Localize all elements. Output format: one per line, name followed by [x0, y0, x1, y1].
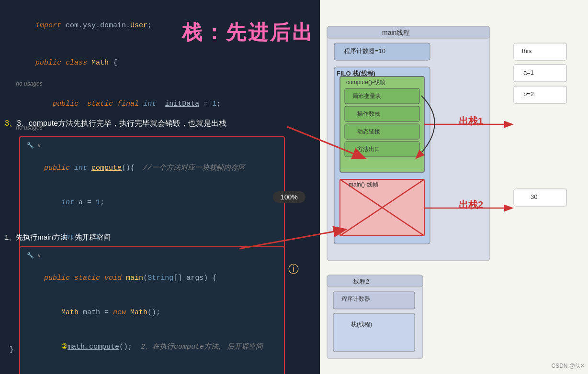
box-b: b=2 — [523, 90, 534, 98]
class-close: } — [10, 344, 14, 356]
method-exit: 方法出口 — [357, 145, 380, 154]
svg-rect-15 — [514, 189, 566, 206]
info-icon: ⓘ — [288, 262, 299, 276]
svg-rect-8 — [345, 142, 419, 157]
field-initdata: public static final int initData = 1; — [10, 87, 306, 121]
annotation-3: 3、3、compute方法先执行完毕，执行完毕就会销毁，也就是出栈 — [5, 119, 226, 129]
number-30: 30 — [531, 193, 537, 200]
thread2-counter: 程序计数器 — [341, 295, 370, 303]
svg-rect-16 — [327, 275, 423, 359]
main-line4: System.out.println("end"); — [27, 364, 277, 374]
thread2-stack: 栈(线程) — [351, 320, 372, 329]
local-vars: 局部变量表 — [352, 92, 381, 100]
program-counter: 程序计数器=10 — [344, 47, 385, 55]
annotation-1: 1、先执行main方法，先开辟空间 — [5, 233, 111, 242]
main-line2: Math math = new Math(); — [27, 296, 277, 330]
operand-stack: 操作数栈 — [357, 110, 380, 118]
class-declaration: public class Math { — [10, 46, 306, 80]
svg-rect-6 — [345, 106, 419, 121]
diagram-panel: main线程 程序计数器=10 FILO 栈(线程) compute()-线帧 … — [320, 0, 588, 374]
svg-rect-14 — [514, 86, 566, 103]
main-method-block: 🔧 ∨ public static void main(String[] arg… — [19, 246, 285, 374]
main-frame-label: main()-线帧 — [349, 181, 378, 189]
svg-rect-7 — [345, 124, 419, 139]
page-title: 栈：先进后出 — [182, 19, 314, 46]
svg-rect-4 — [340, 77, 424, 172]
thread2-label: 线程2 — [353, 277, 369, 286]
dynamic-link: 动态链接 — [357, 128, 380, 136]
main-line3: ②math.compute(); 2、在执行compute方法, 后开辟空间 — [27, 330, 277, 364]
compute-frame-label: compute()-线帧 — [346, 78, 385, 87]
svg-rect-0 — [327, 26, 490, 261]
svg-rect-13 — [514, 65, 566, 82]
filo-label: FILO 栈(线程) — [337, 69, 375, 78]
exit-stack-2: 出栈2 — [459, 198, 483, 211]
main-line1: public static void main(String[] args) { — [27, 261, 277, 296]
progress-badge: 100% — [273, 191, 305, 203]
compute-line1: public int compute(){ //一个方法对应一块栈帧内存区 — [27, 151, 277, 186]
main-thread-label: main线程 — [382, 29, 410, 37]
svg-rect-19 — [333, 313, 415, 352]
no-usages-1: no usages — [10, 80, 306, 87]
watermark: CSDN @头× — [551, 362, 584, 370]
compute-line2: int a = 1; — [27, 186, 277, 220]
svg-rect-17 — [327, 275, 423, 287]
exit-stack-1: 出栈1 — [459, 115, 483, 128]
box-this: this — [522, 47, 531, 55]
svg-rect-3 — [334, 67, 430, 244]
box-a: a=1 — [523, 69, 534, 76]
